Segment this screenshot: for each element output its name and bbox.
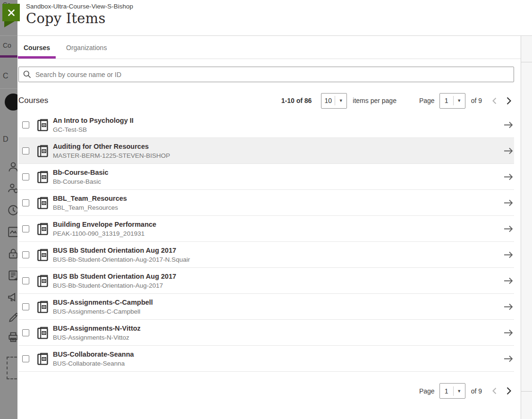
course-row[interactable]: An Intro to Psychology II GC-Test-SB: [18, 112, 514, 138]
course-checkbox[interactable]: [22, 121, 29, 128]
course-checkbox[interactable]: [22, 173, 29, 180]
image-icon: [7, 226, 17, 238]
course-row[interactable]: Bb-Course-Basic Bb-Course-Basic: [18, 164, 514, 190]
previous-page-button[interactable]: [490, 387, 499, 395]
page-label: Page: [419, 387, 435, 395]
course-info: BBL_Team_Resources BBL_Team_Resources: [53, 194, 127, 211]
copy-items-panel: Courses Organizations Courses 1-10 of 86…: [17, 36, 521, 419]
chevron-down-icon: ▼: [454, 98, 465, 103]
course-info: Building Envelope Performance PEAK-1100-…: [53, 220, 156, 237]
search-icon: [23, 70, 31, 78]
search-box[interactable]: [18, 67, 514, 82]
course-row[interactable]: BUS Bb Student Orientation Aug 2017 BUS-…: [18, 242, 514, 268]
course-row[interactable]: BBL_Team_Resources BBL_Team_Resources: [18, 190, 514, 216]
course-row[interactable]: Building Envelope Performance PEAK-1100-…: [18, 216, 514, 242]
tab-courses[interactable]: Courses: [18, 36, 56, 59]
divider: [521, 391, 532, 392]
course-title: BUS-Assignments-C-Campbell: [53, 298, 153, 307]
course-checkbox[interactable]: [22, 277, 29, 284]
course-title: BUS-Assignments-N-Vittoz: [53, 324, 141, 333]
previous-page-button[interactable]: [490, 97, 499, 105]
course-id: BUS-Assignments-N-Vittoz: [53, 334, 141, 341]
course-checkbox[interactable]: [22, 355, 29, 362]
open-course-button[interactable]: [503, 303, 514, 311]
course-id: BUS-Collaborate-Seanna: [53, 360, 134, 367]
course-info: An Intro to Psychology II GC-Test-SB: [53, 116, 134, 133]
page-select[interactable]: 1 ▼: [439, 383, 465, 399]
open-course-button[interactable]: [503, 277, 514, 285]
close-button-ribbon-tail: [2, 21, 20, 28]
course-id: BUS-Bb-Student-Orientation-Aug-2017-N.Sq…: [53, 256, 190, 263]
course-row[interactable]: BUS-Assignments-N-Vittoz BUS-Assignments…: [18, 320, 514, 346]
printer-icon: [7, 331, 17, 343]
open-course-button[interactable]: [503, 225, 514, 233]
course-book-icon: [37, 171, 48, 183]
divider: [521, 62, 532, 62]
person-icon: [7, 161, 17, 173]
pagination-bottom: Page 1 ▼ of 9: [18, 383, 514, 399]
page-value: 1: [440, 387, 453, 395]
next-page-button[interactable]: [503, 96, 514, 105]
open-course-button[interactable]: [503, 121, 514, 129]
course-row[interactable]: Auditing for Other Resources MASTER-BERM…: [18, 138, 514, 164]
search-input[interactable]: [35, 71, 509, 78]
course-id: BUS-Assignments-C-Campbell: [53, 308, 153, 315]
megaphone-icon: [7, 291, 17, 303]
course-context-title: Sandbox-Ultra-Course-View-S-Bishop: [26, 3, 532, 10]
next-page-button[interactable]: [503, 386, 514, 395]
course-info: BUS-Assignments-C-Campbell BUS-Assignmen…: [53, 298, 153, 315]
course-row[interactable]: BUS Bb Student Orientation Aug 2017 BUS-…: [18, 268, 514, 294]
course-checkbox[interactable]: [22, 303, 29, 310]
page-label: Page: [419, 97, 435, 104]
open-course-button[interactable]: [503, 173, 514, 181]
close-button[interactable]: [2, 4, 20, 21]
course-checkbox[interactable]: [22, 199, 29, 206]
arrow-right-icon: [503, 355, 514, 363]
divider: [0, 35, 17, 36]
course-id: PEAK-1100-090_31319_201931: [53, 230, 156, 237]
page-count-label: of 9: [471, 97, 482, 104]
course-id: GC-Test-SB: [53, 126, 134, 133]
open-course-button[interactable]: [503, 251, 514, 259]
course-title: BUS-Collaborate-Seanna: [53, 350, 134, 359]
per-page-value: 10: [321, 97, 335, 104]
course-title: BUS Bb Student Orientation Aug 2017: [53, 272, 176, 281]
course-info: Bb-Course-Basic Bb-Course-Basic: [53, 168, 109, 185]
chevron-right-icon: [505, 96, 512, 105]
course-title: Bb-Course-Basic: [53, 168, 109, 177]
dialog-header: Sandbox-Ultra-Course-View-S-Bishop Copy …: [17, 0, 532, 36]
avatar: [5, 94, 17, 111]
course-title: Auditing for Other Resources: [53, 142, 170, 151]
course-book-icon: [37, 300, 48, 313]
arrow-right-icon: [503, 147, 514, 155]
chevron-left-icon: [491, 97, 498, 105]
dashed-placeholder-icon: [7, 357, 17, 379]
course-info: BUS Bb Student Orientation Aug 2017 BUS-…: [53, 246, 190, 263]
chevron-down-icon: ▼: [454, 389, 465, 393]
course-book-icon: [37, 352, 48, 365]
page-value: 1: [440, 97, 453, 104]
course-checkbox[interactable]: [22, 329, 29, 336]
course-row[interactable]: BUS-Collaborate-Seanna BUS-Collaborate-S…: [18, 346, 514, 372]
open-course-button[interactable]: [503, 199, 514, 207]
pencil-icon: [7, 312, 17, 324]
course-info: Auditing for Other Resources MASTER-BERM…: [53, 142, 170, 159]
course-book-icon: [37, 119, 48, 131]
course-row[interactable]: BUS-Assignments-C-Campbell BUS-Assignmen…: [18, 294, 514, 320]
open-course-button[interactable]: [503, 355, 514, 363]
dimmed-background-page: Sa Co C D: [0, 0, 17, 419]
course-book-icon: [37, 248, 48, 261]
course-checkbox[interactable]: [22, 225, 29, 232]
arrow-right-icon: [503, 121, 514, 129]
course-checkbox[interactable]: [22, 251, 29, 258]
open-course-button[interactable]: [503, 329, 514, 337]
background-tab-underline: [0, 55, 17, 58]
page-select[interactable]: 1 ▼: [439, 93, 465, 109]
course-info: BUS-Collaborate-Seanna BUS-Collaborate-S…: [53, 350, 134, 367]
per-page-label: items per page: [353, 97, 397, 104]
open-course-button[interactable]: [503, 147, 514, 155]
course-checkbox[interactable]: [22, 147, 29, 154]
arrow-right-icon: [503, 173, 514, 181]
tab-organizations[interactable]: Organizations: [60, 36, 112, 59]
per-page-select[interactable]: 10 ▼: [321, 93, 347, 109]
